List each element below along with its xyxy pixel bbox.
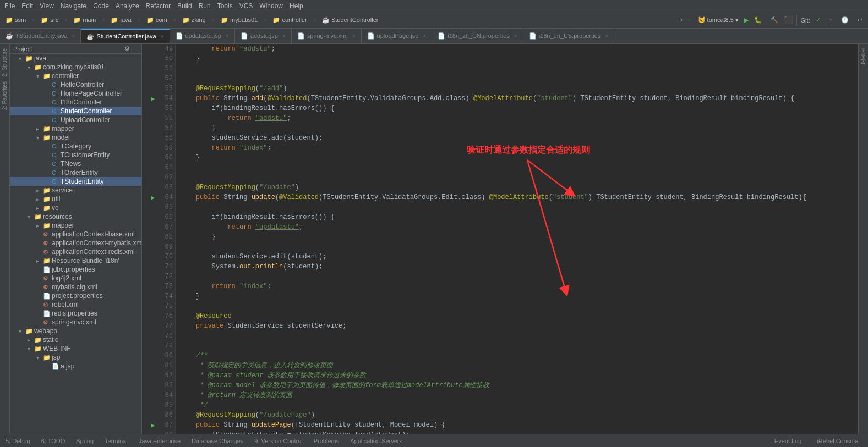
bottom-tab-irebel-console[interactable]: iRebel Console	[811, 434, 864, 448]
tree-item-controller[interactable]: ▾ 📁 controller	[10, 71, 141, 80]
tree-item-appcontext-mybatis[interactable]: ⚙ applicationContext-mybatis.xml	[10, 239, 141, 247]
tab-close-i18n-zh[interactable]: ×	[514, 33, 517, 39]
bottom-tab-appservers[interactable]: Application Servers	[345, 434, 408, 448]
tree-item-log4j2[interactable]: ⚙ log4j2.xml	[10, 274, 141, 283]
tree-item-vo[interactable]: ▸ 📁 vo	[10, 203, 141, 212]
tab-i18n-zh[interactable]: 📄 i18n_zh_CN.properties ×	[432, 29, 523, 43]
git-check[interactable]: ✓	[812, 15, 824, 25]
bottom-tab-spring[interactable]: Spring	[70, 434, 99, 448]
tab-tstudententity[interactable]: ☕ TStudentEntity.java ×	[0, 29, 81, 43]
studentcontroller-breadcrumb[interactable]: ☕ StudentController	[319, 15, 382, 25]
menu-run[interactable]: Run	[199, 2, 211, 10]
favorites-label[interactable]: 2: Favorites	[2, 81, 8, 110]
tree-item-appcontext-redis[interactable]: ⚙ applicationContext-redis.xml	[10, 247, 141, 256]
bottom-tab-vcs[interactable]: 9: Version Control	[249, 434, 308, 448]
tree-item-i18n-bundle[interactable]: ▸ 📁 Resource Bundle 'i18n'	[10, 256, 141, 265]
tree-item-tstudent[interactable]: C TStudentEntity	[10, 177, 141, 186]
tree-item-appcontext-base[interactable]: ⚙ applicationContext-base.xml	[10, 230, 141, 239]
tree-item-webapp[interactable]: ▾ 📁 webapp	[10, 327, 141, 335]
tree-item-jsp[interactable]: ▾ 📁 jsp	[10, 353, 141, 362]
menu-build[interactable]: Build	[177, 2, 192, 10]
tree-item-project-props[interactable]: 📄 project.properties	[10, 291, 141, 300]
menu-navigate[interactable]: Navigate	[61, 2, 86, 10]
editor-area[interactable]: 49 50 51 52	[142, 44, 858, 434]
ssm-breadcrumb[interactable]: 📁 ssm	[2, 15, 29, 25]
run-button[interactable]: ▶	[744, 15, 749, 25]
bottom-tab-todo[interactable]: 6: TODO	[36, 434, 71, 448]
menu-vcs[interactable]: VCS	[239, 2, 253, 10]
tab-springmvc[interactable]: 📄 spring-mvc.xml ×	[292, 29, 362, 43]
menu-window[interactable]: Window	[259, 2, 283, 10]
tab-close-studentcontroller[interactable]: ×	[161, 34, 164, 40]
undo-btn[interactable]: ↩	[854, 15, 866, 25]
tree-item-rebel[interactable]: ⚙ rebel.xml	[10, 300, 141, 309]
menu-view[interactable]: View	[40, 2, 54, 10]
tab-close-uploadpage[interactable]: ×	[423, 33, 426, 39]
tab-close-springmvc[interactable]: ×	[352, 33, 356, 39]
tree-item-com-zking[interactable]: ▾ 📁 com.zking.mybatis01	[10, 63, 141, 71]
tree-item-redis-props[interactable]: 📄 redis.properties	[10, 309, 141, 318]
tab-uploadpage[interactable]: 📄 uploadPage.jsp ×	[362, 29, 433, 43]
bottom-tab-debug[interactable]: 5: Debug	[0, 434, 36, 448]
tree-item-mapper[interactable]: ▸ 📁 mapper	[10, 124, 141, 133]
controller-breadcrumb[interactable]: 📁 controller	[269, 15, 310, 25]
bottom-tab-enterprise[interactable]: Java Enterprise	[133, 434, 186, 448]
git-update[interactable]: ↑	[826, 16, 836, 25]
tab-updatastu[interactable]: 📄 updatastu.jsp ×	[170, 29, 235, 43]
tomcat-config[interactable]: 🐱 tomcat8.5 ▾	[695, 15, 742, 25]
tree-item-studentcontroller[interactable]: C StudentController	[10, 107, 141, 115]
tab-addstu[interactable]: 📄 addstu.jsp ×	[235, 29, 292, 43]
tree-item-torder[interactable]: C TOrderEntity	[10, 168, 141, 177]
tree-item-java[interactable]: ▾ 📁 java	[10, 54, 141, 63]
menu-file[interactable]: File	[4, 2, 15, 10]
tree-item-util[interactable]: ▸ 📁 util	[10, 195, 141, 203]
bottom-tab-problems[interactable]: Problems	[308, 434, 345, 448]
sidebar-btn-settings[interactable]: ⚙	[124, 45, 130, 52]
build-button[interactable]: 🔨	[767, 15, 782, 25]
java-breadcrumb[interactable]: 📁 java	[107, 15, 134, 25]
debug-button[interactable]: 🐛	[751, 15, 765, 25]
tree-item-service[interactable]: ▸ 📁 service	[10, 186, 141, 195]
tree-item-ajsp[interactable]: 📄 a.jsp	[10, 362, 141, 371]
tab-i18n-en[interactable]: 📄 i18n_en_US.properties ×	[523, 29, 614, 43]
menu-help[interactable]: Help	[290, 2, 303, 10]
structure-label[interactable]: 2: Structure	[2, 48, 8, 77]
stop-button[interactable]: ⬛	[784, 15, 793, 25]
tab-close-tstudententity[interactable]: ×	[72, 33, 75, 39]
tree-item-resources[interactable]: ▾ 📁 resources	[10, 212, 141, 221]
tree-item-mapper2[interactable]: ▸ 📁 mapper	[10, 221, 141, 230]
tree-item-spring-mvc[interactable]: ⚙ spring-mvc.xml	[10, 318, 141, 327]
back-btn[interactable]: ⟵	[677, 15, 692, 25]
tree-item-mybatiscfg[interactable]: ⚙ mybatis.cfg.xml	[10, 283, 141, 291]
tree-item-hellocontroller[interactable]: C HelloController	[10, 80, 141, 89]
com-breadcrumb[interactable]: 📁 com	[143, 15, 171, 25]
tree-item-jdbc[interactable]: 📄 jdbc.properties	[10, 265, 141, 274]
tree-item-webinf[interactable]: ▾ 📁 WEB-INF	[10, 344, 141, 353]
bottom-tab-eventlog[interactable]: Event Log	[769, 434, 807, 448]
jrebel-label[interactable]: JRebel	[860, 48, 866, 65]
bottom-tab-terminal[interactable]: Terminal	[99, 434, 133, 448]
tree-item-homepagecontroller[interactable]: C HomePageController	[10, 89, 141, 98]
tree-item-uploadcontroller[interactable]: C UploadController	[10, 115, 141, 124]
tree-item-tcategory[interactable]: C TCategory	[10, 142, 141, 151]
sidebar-btn-minimize[interactable]: —	[132, 45, 138, 52]
tab-close-i18n-en[interactable]: ×	[605, 33, 608, 39]
bottom-tab-dbchanges[interactable]: Database Changes	[186, 434, 249, 448]
clock-btn[interactable]: 🕐	[838, 15, 852, 25]
tree-item-i18ncontroller[interactable]: C I18nController	[10, 98, 141, 107]
tree-item-tcustomer[interactable]: C TCustomerEntity	[10, 151, 141, 159]
tab-close-updatastu[interactable]: ×	[226, 33, 229, 39]
code-content[interactable]: return "addstu"; } @RequestMapping("/add…	[176, 44, 858, 434]
menu-tools[interactable]: Tools	[217, 2, 233, 10]
menu-code[interactable]: Code	[93, 2, 109, 10]
tab-studentcontroller[interactable]: ☕ StudentController.java ×	[81, 29, 170, 43]
tree-item-tnews[interactable]: C TNews	[10, 159, 141, 168]
menu-edit[interactable]: Edit	[21, 2, 33, 10]
main-breadcrumb[interactable]: 📁 main	[70, 15, 99, 25]
mybatis01-breadcrumb[interactable]: 📁 mybatis01	[217, 15, 261, 25]
menu-analyze[interactable]: Analyze	[116, 2, 139, 10]
tab-close-addstu[interactable]: ×	[282, 33, 286, 39]
zking-breadcrumb[interactable]: 📁 zking	[179, 15, 209, 25]
menu-refactor[interactable]: Refactor	[146, 2, 171, 10]
tree-item-static[interactable]: ▸ 📁 static	[10, 335, 141, 344]
